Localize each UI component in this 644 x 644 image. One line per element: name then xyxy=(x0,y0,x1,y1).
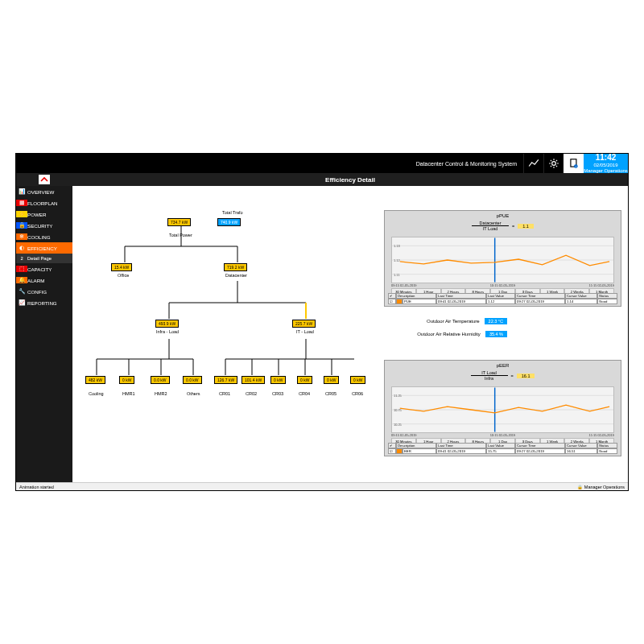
ppue-title: pPUE xyxy=(385,213,621,218)
svg-text:10.25: 10.25 xyxy=(394,423,402,427)
clock-role: Manager Operations xyxy=(584,168,628,174)
tree-leaf-label: HMR2 xyxy=(155,391,167,396)
app-title: Datacenter Control & Monitoring System xyxy=(416,154,523,173)
tree-connectors xyxy=(72,186,354,484)
tree-leaf-label: CR06 xyxy=(352,391,363,396)
tree-leaf: 0 kW xyxy=(324,376,339,384)
page-title: Efficiency Detail xyxy=(72,176,628,184)
svg-text:11.25: 11.25 xyxy=(394,394,402,398)
tree-datacenter-label: Datacenter xyxy=(225,273,247,278)
svg-text:1.12: 1.12 xyxy=(394,258,400,262)
tree-it: 225.7 kW xyxy=(292,320,316,328)
tree-leaf: 0 kW xyxy=(119,376,134,384)
tree-leaf: 0 kW xyxy=(297,376,312,384)
tree-total-trafo-label: Total Trafo xyxy=(222,210,243,215)
lock-icon: 🔒 xyxy=(577,485,583,489)
oat-value: 22.3 °C xyxy=(485,318,507,324)
tree-total: 734.7 kW xyxy=(167,218,191,226)
status-right: Manager Operations xyxy=(584,485,625,489)
panel-peer: pEER IT LoadInfra =16.1 11.2510.7510.25 … xyxy=(384,360,621,456)
orh-label: Outdoor Air Relative Humidity xyxy=(417,332,481,336)
sidebar-item-floorplan[interactable]: ▦FLOORPLAN xyxy=(16,197,72,208)
peer-value: 16.1 xyxy=(517,374,535,378)
tree-leaf: 101.4 kW xyxy=(242,376,265,384)
collapse-icon[interactable] xyxy=(39,175,50,184)
peer-title: pEER xyxy=(385,363,621,368)
sidebar: 📊OVERVIEW ▦FLOORPLAN ⚡POWER 🔒SECURITY ❄C… xyxy=(16,186,72,482)
report-icon[interactable]: i xyxy=(564,154,584,173)
sidebar-item-reporting[interactable]: 📈REPORTING xyxy=(16,297,72,308)
tree-leaf-label: Others xyxy=(187,391,200,396)
svg-point-0 xyxy=(552,162,556,166)
oat-label: Outdoor Air Temperature xyxy=(427,319,480,324)
tree-infra: 493.9 kW xyxy=(155,320,179,328)
tree-office: 15.4 kW xyxy=(111,263,132,271)
gear-icon[interactable] xyxy=(543,154,564,173)
ppue-chart[interactable]: 1.131.121.11 xyxy=(391,237,614,283)
tree-leaf: 0 kW xyxy=(270,376,286,384)
svg-text:1.13: 1.13 xyxy=(394,244,400,248)
trend-icon[interactable] xyxy=(523,154,543,173)
tree-leaf: 0 kW xyxy=(350,376,365,384)
tree-leaf-label: CR04 xyxy=(299,391,310,396)
tree-datacenter: 719.2 kW xyxy=(224,263,247,271)
orh-value: 35.4 % xyxy=(485,331,507,337)
status-left: Animation started xyxy=(19,485,54,489)
sidebar-item-alarm[interactable]: 🔔ALARM xyxy=(16,275,72,286)
panel-ppue: pPUE DatacenterIT Load =1.1 1.131.121.11… xyxy=(384,210,621,307)
tree-leaf: 126.7 kW xyxy=(214,376,237,384)
sidebar-sub-detail[interactable]: 2Detail Page xyxy=(16,254,72,263)
sidebar-item-power[interactable]: ⚡POWER xyxy=(16,208,72,220)
tree-total-label: Total Power xyxy=(169,233,192,237)
main-canvas: Total Trafo 740.9 kW 734.7 kW Total Powe… xyxy=(72,186,628,482)
sidebar-item-security[interactable]: 🔒SECURITY xyxy=(16,220,72,231)
tree-it-label: IT - Load xyxy=(296,329,314,334)
peer-table: ✔DescriptionLast TimeLast ValueCursor Ti… xyxy=(388,443,617,454)
sidebar-item-overview[interactable]: 📊OVERVIEW xyxy=(16,186,72,197)
clock-date: 02/05/2019 xyxy=(584,163,628,168)
svg-text:1.11: 1.11 xyxy=(394,273,400,277)
clock-panel: 11:42 02/05/2019 Manager Operations xyxy=(584,154,628,173)
sidebar-item-cooling[interactable]: ❄COOLING xyxy=(16,231,72,242)
ppue-table: ✔DescriptionLast TimeLast ValueCursor Ti… xyxy=(388,293,617,304)
tree-leaf: 482 kW xyxy=(85,376,105,384)
sidebar-item-efficiency[interactable]: ◐EFFICIENCY xyxy=(16,242,72,254)
ppue-value: 1.1 xyxy=(518,224,534,229)
tree-office-label: Office xyxy=(118,273,129,278)
status-bar: Animation started 🔒Manager Operations xyxy=(16,482,628,490)
sidebar-item-capacity[interactable]: ⬚CAPACITY xyxy=(16,263,72,275)
tree-total-trafo: 740.9 kW xyxy=(217,218,241,226)
tree-infra-label: Infra - Load xyxy=(156,329,179,334)
clock-time: 11:42 xyxy=(584,153,628,163)
sidebar-item-config[interactable]: 🔧CONFIG xyxy=(16,286,72,297)
peer-chart[interactable]: 11.2510.7510.25 xyxy=(391,386,614,433)
tree-leaf: 0.0 kW xyxy=(151,376,170,384)
tree-leaf-label: Cooling xyxy=(89,391,104,396)
tree-leaf: 0.0 kW xyxy=(183,376,202,384)
tree-leaf-label: CR03 xyxy=(272,391,283,396)
tree-leaf-label: HMR1 xyxy=(122,391,135,396)
tree-leaf-label: CR01 xyxy=(219,391,230,396)
tree-leaf-label: CR02 xyxy=(246,391,257,396)
tree-leaf-label: CR05 xyxy=(325,391,336,396)
